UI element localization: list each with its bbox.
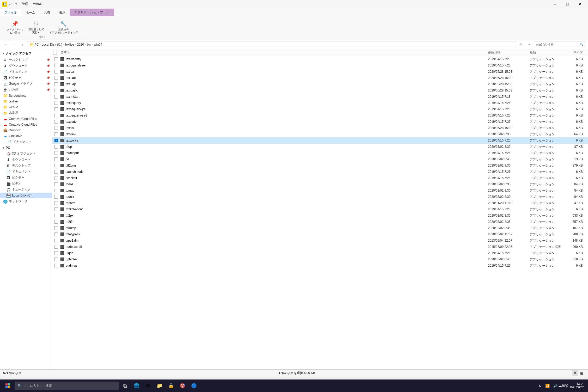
- row-checkbox[interactable]: [53, 76, 59, 80]
- table-row[interactable]: type1afm 2013/09/04 12:07 アプリケーション 148 K…: [52, 237, 588, 244]
- table-row[interactable]: texmfstart 2019/04/15 7:18 アプリケーション 6 KB: [52, 94, 588, 100]
- row-checkbox[interactable]: [53, 157, 59, 161]
- tab-share[interactable]: 共有: [40, 9, 55, 16]
- sidebar-item-cc-files-1[interactable]: ☁ Creative Cloud Files: [0, 116, 52, 122]
- sidebar-item-music[interactable]: 🎵 ミュージック: [0, 187, 52, 193]
- checkbox[interactable]: [54, 164, 58, 167]
- ribbon-run-as-admin[interactable]: 🛡 管理者として実行▼: [27, 19, 46, 35]
- sidebar-item-desktop2[interactable]: 🖥 デスクトップ: [0, 163, 52, 169]
- row-checkbox[interactable]: [53, 201, 59, 205]
- sidebar-item-documents[interactable]: 📄 ドキュメント 📌: [0, 69, 52, 75]
- table-row[interactable]: texosquery 2019/04/15 7:26 アプリケーション 6 KB: [52, 100, 588, 106]
- row-checkbox[interactable]: [53, 57, 59, 61]
- row-checkbox[interactable]: [53, 239, 59, 242]
- row-checkbox[interactable]: [53, 220, 59, 224]
- row-checkbox[interactable]: [53, 126, 59, 130]
- sidebar-item-onedrive-docs[interactable]: 📄 ドキュメント: [0, 139, 52, 145]
- row-checkbox[interactable]: [53, 120, 59, 124]
- checkbox[interactable]: [54, 251, 58, 255]
- checkbox[interactable]: [54, 176, 58, 180]
- table-row[interactable]: texview 2020/03/02 8:30 アプリケーション 64 KB: [52, 131, 588, 137]
- row-checkbox[interactable]: [53, 176, 59, 180]
- table-row[interactable]: ttftotype42 2020/03/02 11:02 アプリケーション 28…: [52, 231, 588, 237]
- tab-view[interactable]: 表示: [55, 9, 70, 16]
- quick-access-toolbar[interactable]: 💾 ↩ ▼: [2, 2, 19, 7]
- checkbox[interactable]: [54, 107, 58, 111]
- checkbox[interactable]: [54, 239, 58, 242]
- sidebar-item-dl2[interactable]: ⬇ ダウンロード: [0, 157, 52, 163]
- row-checkbox[interactable]: [53, 151, 59, 155]
- checkbox[interactable]: [54, 207, 58, 211]
- taskbar-task-view[interactable]: ⧉: [120, 381, 130, 391]
- checkbox[interactable]: [54, 189, 58, 192]
- qa-dropdown-icon[interactable]: ▼: [14, 2, 19, 7]
- row-checkbox[interactable]: [53, 232, 59, 236]
- checkbox[interactable]: [54, 126, 58, 130]
- row-checkbox[interactable]: [53, 264, 59, 267]
- checkbox[interactable]: [54, 170, 58, 174]
- table-row[interactable]: texosquery-jre5 2019/04/15 7:26 アプリケーション…: [52, 106, 588, 112]
- sidebar-item-network[interactable]: 🌐 ネットワーク: [0, 198, 52, 204]
- path-bin[interactable]: bin: [87, 43, 91, 46]
- checkbox[interactable]: [54, 145, 58, 149]
- path-local-disk[interactable]: Local Disk (C:): [42, 43, 62, 46]
- sidebar-item-docs2[interactable]: 📄 ドキュメント: [0, 169, 52, 175]
- sidebar-item-texlive[interactable]: 📁 texlive: [0, 99, 52, 104]
- header-type[interactable]: 種類: [530, 50, 566, 55]
- table-row[interactable]: ttf2pk 2020/03/02 8:35 アプリケーション 633 KB: [52, 212, 588, 219]
- list-view-button[interactable]: ≡: [572, 370, 578, 376]
- dropdown-button[interactable]: ▼: [525, 41, 533, 48]
- sidebar-item-desktop[interactable]: 🖥 デスクトップ 📌: [0, 57, 52, 63]
- sidebar-item-dropbox[interactable]: 📦 Dropbox: [0, 127, 52, 133]
- table-row[interactable]: tounix 2020/03/02 8:30 アプリケーション 84 KB: [52, 194, 588, 200]
- row-checkbox[interactable]: [53, 132, 59, 136]
- table-row[interactable]: texluajitc 2020/05/28 15:03 アプリケーション 6 K…: [52, 87, 588, 94]
- row-checkbox[interactable]: [53, 82, 59, 86]
- checkbox[interactable]: [54, 182, 58, 186]
- checkbox[interactable]: [54, 264, 58, 267]
- ribbon-pin-taskbar[interactable]: 📌 タスク バーにピン留め: [5, 19, 25, 35]
- checkbox[interactable]: [54, 201, 58, 205]
- taskbar-edge[interactable]: 🌐: [131, 381, 142, 391]
- row-checkbox[interactable]: [53, 226, 59, 230]
- row-checkbox[interactable]: [53, 89, 59, 92]
- table-row[interactable]: texliveonfly 2019/04/15 7:26 アプリケーション 6 …: [52, 56, 588, 62]
- sidebar-item-screenshots[interactable]: 📁 Screenshots: [0, 93, 52, 99]
- table-row[interactable]: texosquery-jre8 2019/04/15 7:26 アプリケーション…: [52, 112, 588, 119]
- table-row[interactable]: texloganalyser 2019/04/15 7:26 アプリケーション …: [52, 62, 588, 69]
- sidebar-item-local-disk[interactable]: 💾 Local Disk (C:): [0, 193, 52, 198]
- taskbar-app3[interactable]: 🔵: [189, 381, 199, 391]
- checkbox[interactable]: [54, 258, 58, 261]
- checkbox[interactable]: [54, 70, 58, 74]
- checkbox[interactable]: [54, 95, 58, 99]
- taskbar-explorer[interactable]: 📁: [154, 381, 165, 391]
- checkbox[interactable]: [54, 220, 58, 224]
- taskbar-app2[interactable]: 🎯: [177, 381, 188, 391]
- checkbox[interactable]: [54, 151, 58, 155]
- checkbox[interactable]: [54, 214, 58, 217]
- tray-weather[interactable]: ☁ 26°C: [560, 383, 566, 389]
- row-checkbox[interactable]: [53, 64, 59, 67]
- table-row[interactable]: texlua 2020/05/28 15:03 アプリケーション 6 KB: [52, 69, 588, 75]
- select-all-checkbox[interactable]: [53, 51, 57, 54]
- table-row[interactable]: ttf2kotexfont 2019/04/15 7:26 アプリケーション 6…: [52, 206, 588, 212]
- table-row[interactable]: ttf2afm 2020/01/20 11:10 アプリケーション 41 KB: [52, 200, 588, 206]
- detail-view-button[interactable]: ⊞: [579, 370, 585, 376]
- row-checkbox[interactable]: [53, 70, 59, 74]
- checkbox[interactable]: [54, 114, 58, 117]
- table-row[interactable]: texworks 2019/04/15 7:26 アプリケーション 6 KB: [52, 137, 588, 144]
- table-row[interactable]: texsis 2020/05/28 15:03 アプリケーション 6 KB: [52, 125, 588, 131]
- taskbar-app1[interactable]: 🔒: [166, 381, 176, 391]
- path-pc[interactable]: PC: [34, 43, 39, 46]
- path-win64[interactable]: win64: [94, 43, 102, 46]
- checkbox[interactable]: [54, 76, 58, 80]
- sidebar-item-pictures[interactable]: 🖼 ピクチャ 📌: [0, 75, 52, 81]
- tab-app-tools[interactable]: アプリケーション ツール: [70, 9, 114, 16]
- qa-undo-icon[interactable]: ↩: [8, 2, 13, 7]
- table-row[interactable]: undmap 2019/04/15 7:26 アプリケーション 6 KB: [52, 262, 588, 269]
- pc-section[interactable]: ▼ PC: [0, 145, 52, 151]
- search-input[interactable]: [536, 43, 580, 46]
- checkbox[interactable]: [54, 132, 58, 136]
- checkbox[interactable]: [54, 120, 58, 124]
- row-checkbox[interactable]: [53, 207, 59, 211]
